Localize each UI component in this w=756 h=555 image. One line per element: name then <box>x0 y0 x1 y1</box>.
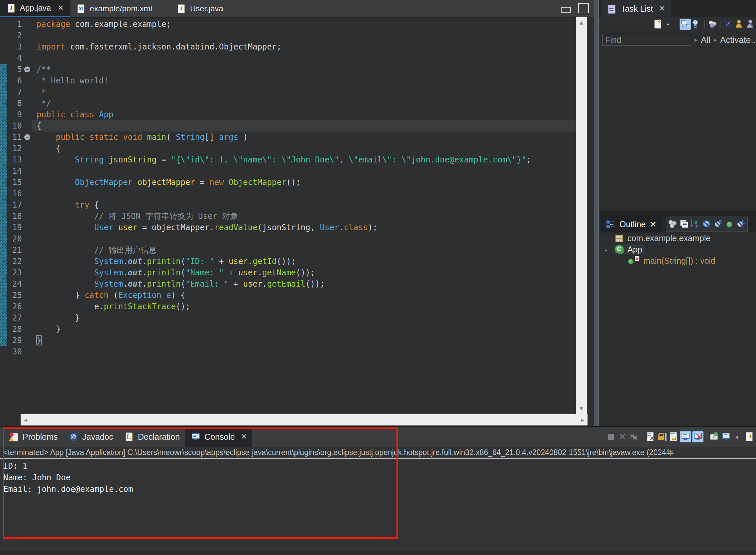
close-icon[interactable]: ✕ <box>650 219 656 229</box>
hide-completed-icon[interactable]: ✕ <box>723 19 733 30</box>
scroll-left-icon[interactable]: ◂ <box>24 416 27 424</box>
line-number: 29 <box>7 335 23 346</box>
tab-javadoc[interactable]: @Javadoc <box>63 427 119 447</box>
code-text: String jsonString = "{\"id\": 1, \"name\… <box>32 154 576 165</box>
code-line-4[interactable]: 4 <box>0 52 576 64</box>
scroll-lock-icon[interactable] <box>656 431 667 442</box>
tab-declaration[interactable]: {→Declaration <box>119 427 185 447</box>
token: // 将 JSON 字符串转换为 User 对象 <box>37 212 238 221</box>
code-line-13[interactable]: 13 String jsonString = "{\"id\": 1, \"na… <box>0 154 576 165</box>
code-line-6[interactable]: 6 * Hello world! <box>0 75 576 86</box>
clear-console-icon[interactable]: ✕ <box>645 431 655 442</box>
scroll-up-icon[interactable]: ▲ <box>576 19 587 26</box>
pin-console-icon[interactable] <box>709 431 720 442</box>
categorized-view-icon[interactable] <box>680 18 691 30</box>
hide-local-types-icon[interactable]: L <box>735 219 746 229</box>
tab-outline[interactable]: Outline ✕ <box>601 216 661 232</box>
toolbar-separator <box>705 20 705 28</box>
panel-sash[interactable] <box>594 0 598 426</box>
close-icon[interactable]: ✕ <box>659 4 665 13</box>
code-line-5[interactable]: 5−/** <box>0 64 576 75</box>
presentation-icon[interactable] <box>707 19 718 30</box>
outline-item-main-string------void[interactable]: Smain(String[]) : void <box>599 255 756 266</box>
code-line-26[interactable]: 26 e.printStackTrace(); <box>0 301 576 312</box>
code-line-29[interactable]: 29} <box>0 335 576 346</box>
code-line-22[interactable]: 22 System.out.println("ID: " + user.getI… <box>0 256 576 267</box>
token: public static void <box>56 132 142 142</box>
code-line-30[interactable]: 30 <box>0 346 576 357</box>
code-line-12[interactable]: 12 { <box>0 143 576 154</box>
sort-icon[interactable]: az <box>690 219 701 229</box>
chevron-down-icon[interactable]: ⌄ <box>603 246 608 253</box>
code-line-11[interactable]: 11− public static void main( String[] ar… <box>0 131 576 143</box>
code-line-21[interactable]: 21 // 输出用户信息 <box>0 245 576 256</box>
remove-launch-icon[interactable]: ✕ <box>617 431 628 442</box>
restore-icon[interactable] <box>578 3 589 13</box>
editor-tab-label: User.java <box>190 4 223 13</box>
scroll-down-icon[interactable]: ▼ <box>576 405 587 412</box>
editor-tab-user-java[interactable]: JUser.java <box>170 0 229 17</box>
code-line-3[interactable]: 3import com.fasterxml.jackson.databind.O… <box>0 41 576 52</box>
hide-fields-icon[interactable]: F <box>702 219 712 229</box>
code-line-20[interactable]: 20 <box>0 233 576 245</box>
code-line-28[interactable]: 28 } <box>0 324 576 335</box>
code-line-18[interactable]: 18 // 将 JSON 字符串转换为 User 对象 <box>0 211 576 222</box>
open-console-icon[interactable]: + <box>744 431 755 442</box>
code-line-17[interactable]: 17 try { <box>0 199 576 211</box>
editor-vertical-scrollbar[interactable]: ▲ ▼ <box>576 17 587 414</box>
package-icon <box>614 233 624 243</box>
fold-column <box>23 98 32 109</box>
line-number: 20 <box>7 233 23 245</box>
editor-tab-example-pom-xml[interactable]: Mexample/pom.xml <box>70 0 158 17</box>
console-dropdown-icon[interactable]: ▼ <box>732 431 743 442</box>
fold-collapse-icon[interactable]: − <box>23 64 32 75</box>
outline-item-com-example-example[interactable]: com.example.example <box>599 232 756 244</box>
console-output[interactable]: ID: 1Name: John DoeEmail: john.doe@examp… <box>0 459 756 495</box>
tab-console[interactable]: Console✕ <box>185 427 252 447</box>
code-line-9[interactable]: 9public class App <box>0 109 576 120</box>
remove-all-terminated-icon[interactable]: ✕✕ <box>629 431 639 442</box>
new-task-icon[interactable]: ✦ <box>653 19 663 30</box>
code-line-27[interactable]: 27 } <box>0 312 576 324</box>
code-line-24[interactable]: 24 System.out.println("Email: " + user.g… <box>0 278 576 290</box>
scope-all-label[interactable]: All <box>701 35 711 45</box>
panel-divider[interactable] <box>599 211 756 216</box>
code-line-2[interactable]: 2 <box>0 30 576 41</box>
activate-label[interactable]: Activate... <box>720 35 756 45</box>
editor-horizontal-scrollbar[interactable]: ◂ ▸ <box>21 414 588 425</box>
code-line-7[interactable]: 7 * <box>0 86 576 98</box>
code-line-10[interactable]: 10{ <box>0 120 576 131</box>
scroll-right-icon[interactable]: ▸ <box>581 416 584 424</box>
display-console-icon[interactable] <box>721 431 731 442</box>
code-line-16[interactable]: 16 <box>0 188 576 199</box>
focus-icon[interactable] <box>668 219 678 229</box>
new-task-dropdown-icon[interactable]: ▼ <box>664 19 675 30</box>
show-stderr-icon[interactable]: ✕ <box>692 431 704 442</box>
code-line-25[interactable]: 25 } catch (Exception e) { <box>0 290 576 301</box>
close-icon[interactable]: ✕ <box>57 4 64 12</box>
code-line-15[interactable]: 15 ObjectMapper objectMapper = new Objec… <box>0 177 576 188</box>
hide-static-icon[interactable]: S <box>713 219 723 229</box>
code-line-23[interactable]: 23 System.out.println("Name: " + user.ge… <box>0 267 576 278</box>
word-wrap-icon[interactable]: ↵ <box>668 431 679 442</box>
scheduled-view-icon[interactable] <box>691 19 702 30</box>
minimize-icon[interactable] <box>561 7 571 13</box>
show-stdout-icon[interactable] <box>680 431 691 442</box>
code-line-19[interactable]: 19 User user = objectMapper.readValue(js… <box>0 222 576 233</box>
editor-tab-app-java[interactable]: JApp.java✕ <box>0 0 70 17</box>
tab-task-list[interactable]: Task List✕ <box>601 0 671 17</box>
code-line-14[interactable]: 14 <box>0 165 576 177</box>
all-tasks-slash-icon[interactable] <box>745 19 756 30</box>
code-line-1[interactable]: 1package com.example.example; <box>0 18 576 30</box>
my-tasks-icon[interactable] <box>734 19 745 30</box>
fold-collapse-icon[interactable]: − <box>23 131 32 143</box>
hide-non-public-icon[interactable] <box>724 219 735 229</box>
terminate-icon[interactable] <box>605 431 616 442</box>
code-line-8[interactable]: 8 */ <box>0 98 576 109</box>
outline-item-app[interactable]: ⌄CApp <box>599 244 756 255</box>
tab-problems[interactable]: Problems <box>3 427 63 447</box>
close-icon[interactable]: ✕ <box>241 432 247 441</box>
collapse-all-icon[interactable] <box>679 219 689 229</box>
task-find-input[interactable] <box>602 34 691 46</box>
code-editor[interactable]: 1package com.example.example;23import co… <box>0 17 576 415</box>
